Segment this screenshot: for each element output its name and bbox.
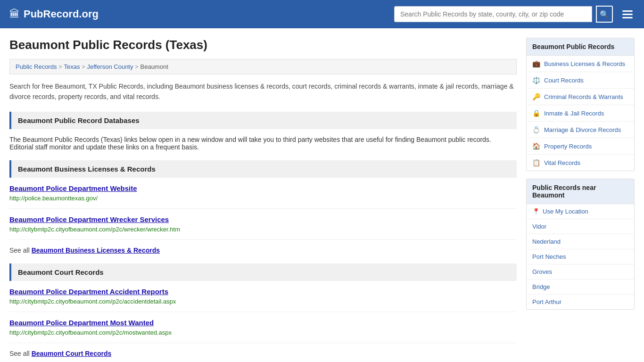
menu-button[interactable] bbox=[620, 8, 635, 20]
briefcase-icon: 💼 bbox=[532, 60, 540, 67]
see-all-link-2[interactable]: Beaumont Court Records bbox=[32, 350, 112, 357]
sidebar-item-business-label: Business Licenses & Records bbox=[544, 60, 625, 67]
databases-intro: The Beaumont Public Records (Texas) link… bbox=[9, 136, 517, 151]
business-header: Beaumont Business Licenses & Records bbox=[9, 160, 517, 178]
databases-header: Beaumont Public Record Databases bbox=[9, 112, 517, 129]
sidebar-item-business[interactable]: 💼 Business Licenses & Records bbox=[527, 56, 634, 72]
description: Search for free Beaumont, TX Public Reco… bbox=[9, 81, 517, 102]
court-link-2[interactable]: Beaumont Police Department Most Wanted bbox=[9, 319, 517, 327]
sidebar-item-marriage-label: Marriage & Divorce Records bbox=[544, 126, 621, 133]
nearby-port-arthur[interactable]: Port Arthur bbox=[527, 295, 634, 309]
search-area: 🔍 bbox=[394, 6, 635, 23]
court-section: Beaumont Court Records Beaumont Police D… bbox=[9, 263, 517, 357]
nearby-nederland[interactable]: Nederland bbox=[527, 234, 634, 249]
nearby-bridge[interactable]: Bridge bbox=[527, 280, 634, 295]
court-entry-2: Beaumont Police Department Most Wanted h… bbox=[9, 319, 517, 343]
sidebar-item-criminal-label: Criminal Records & Warrants bbox=[544, 93, 623, 100]
sidebar-records-box: Beaumont Public Records 💼 Business Licen… bbox=[526, 38, 635, 171]
court-url-1[interactable]: http://citybmtp2c.cityofbeaumont.com/p2c… bbox=[9, 298, 176, 305]
lock-icon: 🔒 bbox=[532, 109, 540, 117]
sidebar-item-inmate[interactable]: 🔒 Inmate & Jail Records bbox=[527, 105, 634, 122]
see-all-prefix-2: See all bbox=[9, 350, 30, 357]
court-url-2[interactable]: http://citybmtp2c.cityofbeaumont.com/p2c… bbox=[9, 329, 172, 336]
breadcrumb-beaumont: Beaumont bbox=[140, 63, 168, 70]
sidebar-item-court-label: Court Records bbox=[544, 77, 584, 84]
main-wrapper: Beaumont Public Records (Texas) Public R… bbox=[0, 28, 644, 362]
sidebar-item-court[interactable]: ⚖️ Court Records bbox=[527, 72, 634, 89]
nearby-vidor[interactable]: Vidor bbox=[527, 219, 634, 234]
header: 🏛 PubRecord.org 🔍 bbox=[0, 0, 644, 28]
search-button[interactable]: 🔍 bbox=[596, 6, 613, 23]
court-see-all: See all Beaumont Court Records bbox=[9, 350, 517, 357]
sidebar-item-marriage[interactable]: 💍 Marriage & Divorce Records bbox=[527, 122, 634, 138]
pin-icon: 📍 bbox=[532, 208, 540, 215]
scales-icon: ⚖️ bbox=[532, 76, 540, 84]
breadcrumb-sep-2: > bbox=[82, 64, 85, 70]
sidebar-item-criminal[interactable]: 🔑 Criminal Records & Warrants bbox=[527, 89, 634, 105]
business-see-all: See all Beaumont Business Licenses & Rec… bbox=[9, 247, 517, 254]
menu-bar-1 bbox=[622, 10, 633, 12]
databases-section: Beaumont Public Record Databases The Bea… bbox=[9, 112, 517, 151]
breadcrumb-texas[interactable]: Texas bbox=[64, 63, 80, 70]
court-entry-1: Beaumont Police Department Accident Repo… bbox=[9, 288, 517, 312]
business-section: Beaumont Business Licenses & Records Bea… bbox=[9, 160, 517, 254]
sidebar-nearby-title: Public Records near Beaumont bbox=[527, 179, 634, 204]
nearby-groves[interactable]: Groves bbox=[527, 264, 634, 280]
see-all-link-1[interactable]: Beaumont Business Licenses & Records bbox=[32, 247, 160, 254]
breadcrumb-jefferson[interactable]: Jefferson County bbox=[87, 63, 133, 70]
sidebar-item-inmate-label: Inmate & Jail Records bbox=[544, 110, 604, 117]
see-all-prefix-1: See all bbox=[9, 247, 30, 254]
sidebar-use-location[interactable]: 📍 Use My Location bbox=[527, 204, 634, 219]
page-title: Beaumont Public Records (Texas) bbox=[9, 38, 517, 52]
business-entry-1: Beaumont Police Department Website http:… bbox=[9, 184, 517, 209]
business-link-1[interactable]: Beaumont Police Department Website bbox=[9, 184, 517, 192]
business-entry-2: Beaumont Police Department Wrecker Servi… bbox=[9, 215, 517, 240]
business-url-1[interactable]: http://police.beaumonttexas.gov/ bbox=[9, 195, 98, 202]
house-icon: 🏠 bbox=[532, 142, 540, 150]
business-url-2[interactable]: http://citybmtp2c.cityofbeaumont.com/p2c… bbox=[9, 226, 180, 233]
menu-bar-2 bbox=[622, 14, 633, 15]
key-icon: 🔑 bbox=[532, 93, 540, 100]
sidebar-item-property[interactable]: 🏠 Property Records bbox=[527, 138, 634, 155]
breadcrumb-sep-3: > bbox=[135, 64, 138, 70]
sidebar: Beaumont Public Records 💼 Business Licen… bbox=[526, 38, 635, 362]
use-location-label: Use My Location bbox=[543, 208, 588, 215]
menu-bar-3 bbox=[622, 17, 633, 18]
breadcrumb-public-records[interactable]: Public Records bbox=[16, 63, 57, 70]
search-input[interactable] bbox=[394, 6, 592, 22]
logo-text: PubRecord.org bbox=[24, 8, 99, 20]
logo-area[interactable]: 🏛 PubRecord.org bbox=[9, 8, 99, 20]
business-link-2[interactable]: Beaumont Police Department Wrecker Servi… bbox=[9, 215, 517, 223]
court-header: Beaumont Court Records bbox=[9, 263, 517, 281]
sidebar-records-title: Beaumont Public Records bbox=[527, 38, 634, 56]
sidebar-nearby-box: Public Records near Beaumont 📍 Use My Lo… bbox=[526, 179, 635, 310]
content-area: Beaumont Public Records (Texas) Public R… bbox=[9, 38, 517, 362]
nearby-port-neches[interactable]: Port Neches bbox=[527, 249, 634, 264]
sidebar-item-vital[interactable]: 📋 Vital Records bbox=[527, 155, 634, 171]
sidebar-item-vital-label: Vital Records bbox=[544, 159, 580, 166]
breadcrumb: Public Records > Texas > Jefferson Count… bbox=[9, 59, 517, 74]
clipboard-icon: 📋 bbox=[532, 159, 540, 166]
court-link-1[interactable]: Beaumont Police Department Accident Repo… bbox=[9, 288, 517, 296]
logo-icon: 🏛 bbox=[9, 8, 20, 20]
breadcrumb-sep-1: > bbox=[58, 64, 62, 70]
sidebar-item-property-label: Property Records bbox=[544, 143, 592, 150]
ring-icon: 💍 bbox=[532, 126, 540, 133]
